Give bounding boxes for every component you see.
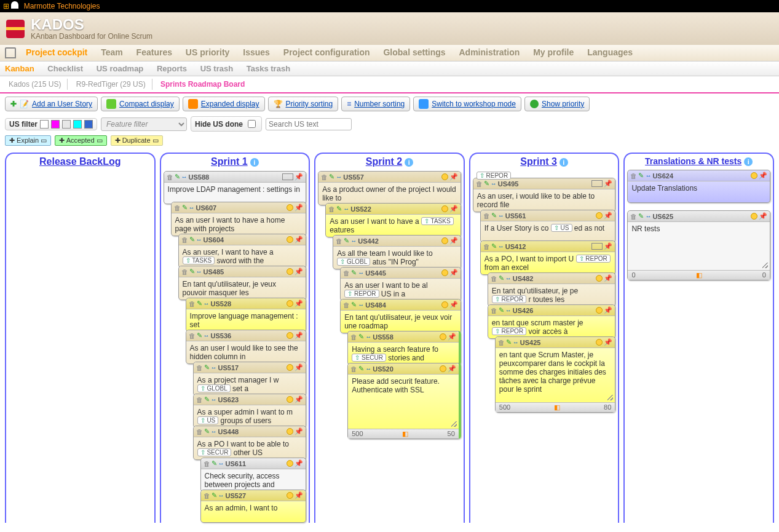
swatch-grey[interactable] [62, 120, 71, 129]
move-icon[interactable]: ↔ [211, 428, 217, 435]
move-icon[interactable]: ↔ [189, 204, 195, 211]
add-us-button[interactable]: ✚📝Add an User Story [5, 97, 98, 111]
pin-icon[interactable]: 📌 [295, 204, 303, 212]
move-icon[interactable]: ↔ [211, 364, 217, 371]
hide-us-done-toggle[interactable]: Hide US done [191, 116, 262, 132]
search-us-input[interactable] [266, 118, 352, 130]
us-card[interactable]: 🗑✎↔US482📌En tant qu'utilisateur, je pe R… [488, 272, 616, 307]
edit-icon[interactable]: ✎ [491, 242, 497, 250]
pin-icon[interactable]: 📌 [604, 242, 612, 250]
pin-icon[interactable]: 📌 [449, 269, 458, 277]
pin-icon[interactable]: 📌 [604, 180, 612, 188]
pin-icon[interactable]: 📌 [604, 338, 612, 346]
pin-icon[interactable]: 📌 [604, 274, 612, 282]
us-card[interactable]: 🗑✎↔US425📌en tant que Scrum Master, je pe… [495, 336, 616, 413]
edit-icon[interactable]: ✎ [182, 204, 188, 212]
nav-global-settings[interactable]: Global settings [383, 47, 445, 57]
move-icon[interactable]: ↔ [196, 268, 202, 275]
move-icon[interactable]: ↔ [336, 173, 342, 180]
move-icon[interactable]: ↔ [358, 301, 364, 308]
pin-icon[interactable]: 📌 [448, 365, 456, 373]
pin-icon[interactable]: 📌 [295, 363, 303, 371]
workshop-mode-button[interactable]: Switch to workshop mode [413, 97, 521, 111]
home-icon[interactable] [5, 47, 16, 58]
trash-icon[interactable]: 🗑 [167, 173, 173, 181]
edit-icon[interactable]: ✎ [358, 333, 364, 341]
move-icon[interactable]: ↔ [505, 275, 512, 282]
pin-icon[interactable]: 📌 [448, 333, 456, 341]
move-icon[interactable]: ↔ [196, 236, 202, 243]
edit-icon[interactable]: ✎ [189, 236, 195, 244]
show-priority-button[interactable]: Show priority [524, 97, 590, 111]
trash-icon[interactable]: 🗑 [630, 172, 637, 180]
move-icon[interactable]: ↔ [218, 492, 224, 499]
trash-icon[interactable]: 🗑 [491, 307, 497, 314]
us-card[interactable]: 🗑✎↔US557📌As a product owner of the proje… [318, 171, 461, 205]
us-card[interactable]: 🗑✎↔US528📌Improve language management : s… [186, 298, 307, 332]
trash-icon[interactable]: 🗑 [181, 268, 188, 276]
resize-handle[interactable] [607, 395, 613, 400]
swatch-magenta[interactable] [51, 120, 60, 129]
column-header[interactable]: Translations & NR testsi [625, 154, 773, 170]
edit-icon[interactable]: ✎ [351, 269, 357, 277]
edit-icon[interactable]: ✎ [212, 491, 217, 499]
trash-icon[interactable]: 🗑 [196, 396, 203, 403]
swatch-white[interactable] [40, 120, 49, 129]
nav-project-cockpit[interactable]: Project cockpit [26, 47, 87, 57]
nav-us-priority[interactable]: US priority [186, 47, 230, 57]
edit-icon[interactable]: ✎ [638, 172, 644, 180]
pin-icon[interactable]: 📌 [295, 427, 303, 435]
us-card[interactable]: 🗑✎↔US536📌As an user I would like to see … [186, 330, 307, 364]
move-icon[interactable]: ↔ [358, 269, 364, 276]
edit-icon[interactable]: ✎ [358, 365, 364, 373]
pin-icon[interactable]: 📌 [295, 268, 303, 276]
trash-icon[interactable]: 🗑 [483, 212, 490, 220]
move-icon[interactable]: ↔ [505, 307, 512, 314]
resize-handle[interactable] [762, 263, 768, 268]
crumb-root[interactable]: Kados (215 US) [5, 79, 68, 90]
nav-my-profile[interactable]: My profile [533, 47, 574, 57]
edit-icon[interactable]: ✎ [204, 427, 210, 435]
us-card[interactable]: 🗑✎↔US623📌As a super admin I want to m US… [193, 394, 307, 428]
edit-icon[interactable]: ✎ [499, 306, 504, 314]
column-header[interactable]: Release BackLog [6, 154, 154, 171]
us-card[interactable]: 🗑✎↔US624📌Update Translations [627, 170, 770, 203]
edit-icon[interactable]: ✎ [329, 173, 334, 181]
expanded-display-button[interactable]: Expanded display [183, 97, 265, 111]
edit-icon[interactable]: ✎ [499, 274, 504, 282]
edit-icon[interactable]: ✎ [351, 301, 357, 309]
info-icon[interactable]: i [744, 157, 753, 166]
move-icon[interactable]: ↔ [204, 332, 210, 339]
pin-icon[interactable]: 📌 [295, 332, 303, 339]
edit-icon[interactable]: ✎ [638, 212, 644, 220]
subnav-reports[interactable]: Reports [157, 64, 187, 73]
info-icon[interactable]: i [250, 158, 259, 167]
edit-icon[interactable]: ✎ [212, 459, 217, 467]
trash-icon[interactable]: 🗑 [350, 365, 357, 373]
pin-icon[interactable]: 📌 [295, 300, 303, 308]
us-card[interactable]: 🗑✎↔US517📌As a project manager I w GLOBL … [193, 362, 307, 396]
us-card[interactable]: 🗑✎↔US588📌Improve LDAP management : setti… [164, 171, 307, 204]
edit-icon[interactable]: ✎ [506, 338, 512, 346]
us-card[interactable]: 🗑✎↔US485📌En tant qu'utilisateur, je veux… [178, 266, 307, 300]
us-card[interactable]: 🗑✎↔US520📌Please add securit feature. Aut… [347, 363, 461, 439]
hide-done-checkbox[interactable] [248, 120, 256, 128]
edit-icon[interactable]: ✎ [204, 395, 210, 403]
trash-icon[interactable]: 🗑 [328, 205, 335, 213]
trash-icon[interactable]: 🗑 [350, 333, 357, 341]
trash-icon[interactable]: 🗑 [196, 364, 203, 371]
move-icon[interactable]: ↔ [365, 333, 371, 340]
swatch-cyan[interactable] [73, 120, 82, 129]
pin-icon[interactable]: 📌 [604, 212, 612, 220]
pin-icon[interactable]: 📌 [449, 301, 458, 309]
resize-handle[interactable] [451, 421, 457, 427]
trash-icon[interactable]: 🗑 [483, 243, 490, 250]
trash-icon[interactable]: 🗑 [196, 428, 203, 435]
pin-icon[interactable]: 📌 [295, 173, 303, 181]
us-card[interactable]: 🗑✎↔US442📌As all the team I would like to… [333, 235, 461, 269]
pin-icon[interactable]: 📌 [295, 236, 303, 244]
edit-icon[interactable]: ✎ [197, 332, 202, 339]
nav-issues[interactable]: Issues [243, 47, 270, 57]
trash-icon[interactable]: 🗑 [321, 173, 328, 181]
info-icon[interactable]: i [405, 158, 413, 167]
